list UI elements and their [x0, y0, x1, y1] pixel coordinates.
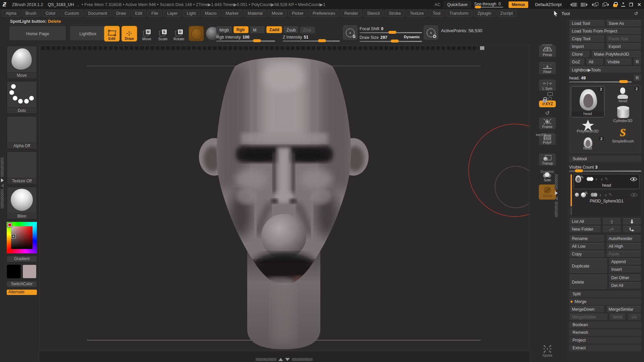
all-high-button[interactable]: All High: [606, 243, 642, 250]
mrgb-button[interactable]: Mrgb: [216, 26, 232, 34]
open-tray-arrow-icon[interactable]: [1, 178, 4, 182]
scale-button[interactable]: S Scale: [155, 26, 171, 42]
close-bottom-tray-icon[interactable]: [285, 358, 290, 361]
bottom-tray-divider[interactable]: [256, 358, 313, 361]
tool-thumb-simplebrush[interactable]: S SimpleBrush: [606, 126, 640, 144]
xpose-button[interactable]: Xpose: [538, 344, 557, 358]
menu-texture[interactable]: Texture: [406, 10, 427, 17]
clone-button[interactable]: Clone: [569, 51, 590, 58]
home-page-button[interactable]: Home Page: [9, 26, 66, 41]
sv-selector[interactable]: [12, 235, 15, 238]
dynamic-selector[interactable]: +D: [423, 25, 439, 40]
current-tool-slider[interactable]: head.49 R: [569, 75, 641, 83]
current-brush-thumbnail[interactable]: [189, 26, 204, 41]
xyz-rotation-button[interactable]: ↺XYZ: [539, 101, 556, 107]
menu-alpha[interactable]: Alpha: [2, 10, 20, 17]
zsub-button[interactable]: Zsub: [283, 26, 299, 34]
menu-light[interactable]: Light: [183, 10, 200, 17]
visible-count-handle[interactable]: [575, 169, 583, 172]
subtool-row-head[interactable]: ✎ ◐ ◑ ✎ head: [574, 174, 640, 189]
hue-selector[interactable]: [8, 223, 12, 227]
focal-shift-slider[interactable]: Focal Shift0: [360, 25, 422, 33]
close-tray-arrow-icon[interactable]: [1, 184, 4, 188]
z-intensity-slider[interactable]: Z Intensity51: [283, 34, 340, 41]
menu-stencil[interactable]: Stencil: [363, 10, 383, 17]
menu-color[interactable]: Color: [42, 10, 59, 17]
lock-icon[interactable]: [613, 4, 617, 7]
lightbox-button[interactable]: LightBox: [70, 26, 106, 41]
copy-subtool-button[interactable]: Copy: [569, 251, 605, 257]
current-material-item[interactable]: Blinn: [7, 187, 37, 220]
see-through-handle[interactable]: [475, 6, 481, 8]
menu-zplugin[interactable]: Zplugin: [474, 10, 495, 17]
z-intensity-handle[interactable]: [318, 39, 326, 42]
polypaint-brush-icon[interactable]: ✎: [605, 177, 608, 181]
local-symmetry-button[interactable]: L.Sym: [539, 80, 556, 91]
menu-tool[interactable]: Tool: [429, 10, 444, 17]
ghost-button[interactable]: Ghost: [539, 184, 556, 200]
menu-document[interactable]: Document: [85, 10, 111, 17]
menu-layer[interactable]: Layer: [163, 10, 181, 17]
tool-thumb-head-selected[interactable]: 2 head: [571, 86, 604, 117]
goz-r-button[interactable]: R: [633, 59, 641, 65]
subtool-section-header[interactable]: Subtool: [569, 156, 641, 162]
export-button[interactable]: Export: [606, 43, 642, 50]
close-right-tray-icon[interactable]: [555, 196, 558, 200]
delete-button[interactable]: Delete: [569, 275, 607, 290]
stroke-selector[interactable]: +S: [342, 25, 358, 40]
move-into-folder-button[interactable]: [623, 226, 641, 233]
dynamic-mode-label[interactable]: Dynamic: [404, 35, 420, 39]
current-tool-handle[interactable]: [619, 80, 628, 83]
default-zscript-button[interactable]: DefaultZScript: [532, 1, 565, 8]
sphere-shade-icon[interactable]: ◐: [595, 177, 598, 182]
edit-button[interactable]: Edit: [104, 26, 120, 42]
copy-tool-button[interactable]: Copy Tool: [569, 36, 605, 42]
move-out-folder-button[interactable]: [602, 226, 621, 233]
minimize-icon[interactable]: [621, 3, 625, 7]
tool-thumb-head-bust[interactable]: 2 head: [606, 86, 640, 104]
focal-shift-handle[interactable]: [388, 31, 396, 34]
current-brush-item[interactable]: Move: [7, 46, 37, 79]
left-tray-divider[interactable]: [1, 158, 4, 208]
list-all-button[interactable]: List All: [569, 218, 601, 225]
zadd-button[interactable]: Zadd: [266, 26, 282, 33]
switchcolor-button[interactable]: SwitchColor: [7, 281, 37, 287]
palette-history-icon[interactable]: ↺: [634, 11, 638, 16]
timeline-marker[interactable]: [480, 46, 484, 50]
del-other-button[interactable]: Del Other: [609, 275, 642, 281]
del-all-button[interactable]: Del All: [609, 282, 642, 289]
current-alpha-item[interactable]: Alpha Off: [7, 116, 37, 149]
alternate-button[interactable]: Alternate: [7, 290, 37, 295]
menu-render[interactable]: Render: [340, 10, 362, 17]
sculpt-canvas[interactable]: [40, 45, 529, 351]
floor-button[interactable]: xyz Floor: [539, 62, 556, 74]
autoreorder-button[interactable]: AutoReorder: [606, 235, 642, 242]
rename-button[interactable]: Rename: [569, 235, 605, 242]
polypaint-brush-icon[interactable]: ✎: [609, 192, 612, 197]
subtool-scrollbar-track[interactable]: [571, 207, 572, 215]
all-low-button[interactable]: All Low: [569, 243, 605, 250]
remesh-section-header[interactable]: Remesh: [569, 329, 641, 336]
goz-visible-button[interactable]: Visible: [605, 59, 632, 65]
visible-count-slider[interactable]: Visible Count3: [569, 164, 641, 171]
quicksave-button[interactable]: QuickSave: [444, 1, 471, 8]
project-section-header[interactable]: Project: [569, 337, 641, 344]
y-rotation-icon[interactable]: ↺: [545, 110, 549, 116]
right-tray-divider[interactable]: [555, 174, 558, 217]
secondary-color-swatch[interactable]: [22, 264, 37, 279]
menu-macro[interactable]: Macro: [201, 10, 220, 17]
restore-icon[interactable]: [629, 3, 633, 6]
sphere-shade-icon[interactable]: ◐: [599, 192, 602, 197]
tool-thumb-head-2[interactable]: 2 head: [571, 136, 604, 152]
visibility-eye-icon[interactable]: [630, 193, 638, 197]
load-tool-button[interactable]: Load Tool: [569, 20, 605, 27]
dock-left-icon[interactable]: [592, 2, 598, 7]
menu-zscript[interactable]: Zscript: [497, 10, 517, 17]
menu-draw[interactable]: Draw: [113, 10, 130, 17]
timeline-strip[interactable]: [41, 46, 479, 50]
menu-marker[interactable]: Marker: [222, 10, 243, 17]
paste-subtool-button[interactable]: Paste: [606, 251, 642, 257]
contrast-icon[interactable]: ◑: [604, 192, 607, 197]
see-through-slider[interactable]: See-through 0: [474, 2, 505, 8]
tool-r-button[interactable]: R: [633, 75, 641, 81]
